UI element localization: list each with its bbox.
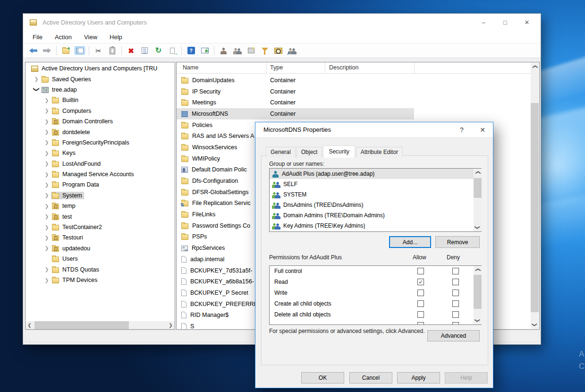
- tab-security[interactable]: Security: [323, 145, 355, 158]
- tree-item-domain-controllers[interactable]: ❯Domain Controllers: [25, 116, 175, 127]
- advanced-button[interactable]: Advanced: [427, 330, 480, 341]
- list-vertical-scrollbar[interactable]: ❯ ❯: [531, 63, 539, 329]
- chevron-collapsed-icon[interactable]: ❯: [43, 98, 50, 102]
- tree-item-tpm-devices[interactable]: ❯TPM Devices: [25, 275, 175, 285]
- column-separator[interactable]: [325, 62, 325, 73]
- tree-item-users[interactable]: ❯Users: [25, 254, 175, 264]
- scroll-down-icon[interactable]: ❯: [531, 321, 539, 329]
- scroll-down-icon[interactable]: ❯: [474, 223, 482, 231]
- back-icon[interactable]: [27, 45, 40, 57]
- deny-checkbox[interactable]: [452, 279, 459, 285]
- chevron-collapsed-icon[interactable]: ❯: [43, 235, 50, 240]
- tab-attribute-editor[interactable]: Attribute Editor: [356, 147, 403, 157]
- paste-icon[interactable]: [106, 45, 119, 57]
- tree-item-managed-service-accounts[interactable]: ❯Managed Service Accounts: [25, 169, 175, 179]
- chevron-collapsed-icon[interactable]: ❯: [43, 129, 50, 134]
- new-group-icon[interactable]: [231, 45, 244, 57]
- filter-icon[interactable]: [258, 45, 271, 57]
- tree-item-builtin[interactable]: ❯Builtin: [25, 95, 175, 105]
- deny-checkbox[interactable]: [452, 268, 459, 274]
- allow-checkbox[interactable]: [417, 300, 424, 307]
- scroll-up-icon[interactable]: ❯: [474, 169, 482, 177]
- chevron-collapsed-icon[interactable]: ❯: [43, 225, 50, 230]
- menu-file[interactable]: File: [30, 32, 45, 42]
- tree-item-keys[interactable]: ❯Keys: [25, 148, 175, 158]
- scroll-left-icon[interactable]: ❮: [25, 323, 34, 328]
- menu-action[interactable]: Action: [52, 32, 75, 42]
- chevron-collapsed-icon[interactable]: ❯: [43, 182, 50, 187]
- chevron-collapsed-icon[interactable]: ❯: [43, 119, 50, 124]
- tree-item-foreignsecurityprincipals[interactable]: ❯ForeignSecurityPrincipals: [25, 137, 175, 148]
- menu-help[interactable]: Help: [107, 32, 125, 42]
- scrollbar-thumb[interactable]: [531, 103, 539, 312]
- tree-item-tree-adap[interactable]: ❯tree.adap: [25, 85, 175, 95]
- tree-item-program-data[interactable]: ❯Program Data: [25, 179, 175, 190]
- chevron-collapsed-icon[interactable]: ❯: [43, 162, 50, 166]
- allow-checkbox[interactable]: [417, 290, 424, 296]
- chevron-collapsed-icon[interactable]: ❯: [43, 278, 50, 282]
- export-list-icon[interactable]: →: [166, 45, 178, 57]
- scrollbar-thumb[interactable]: [34, 321, 129, 329]
- new-user-icon[interactable]: [217, 45, 230, 57]
- delete-icon[interactable]: ✖: [125, 45, 137, 57]
- chevron-collapsed-icon[interactable]: ❯: [43, 246, 50, 251]
- menu-view[interactable]: View: [81, 32, 100, 42]
- titlebar[interactable]: Active Directory Users and Computers – □…: [23, 14, 541, 31]
- list-row-microsoftdns[interactable]: MicrosoftDNSContainer: [177, 108, 414, 119]
- group-item-dnsadmins-tree-dnsadmins[interactable]: DnsAdmins (TREE\DnsAdmins): [270, 200, 474, 210]
- allow-checkbox[interactable]: [417, 311, 424, 318]
- deny-checkbox[interactable]: [452, 300, 459, 307]
- allow-checkbox[interactable]: ✓: [417, 279, 424, 285]
- scroll-up-icon[interactable]: ❯: [474, 266, 482, 274]
- minimize-button[interactable]: –: [473, 14, 494, 31]
- new-ou-icon[interactable]: [245, 45, 257, 57]
- column-separator[interactable]: [414, 62, 415, 73]
- permissions-scrollbar[interactable]: ❯ ❯: [474, 266, 482, 324]
- group-list-scrollbar[interactable]: ❯ ❯: [474, 169, 482, 231]
- allow-checkbox[interactable]: [417, 268, 424, 274]
- chevron-expanded-icon[interactable]: ❯: [34, 85, 40, 94]
- scroll-right-icon[interactable]: ❯: [167, 323, 175, 328]
- column-description[interactable]: Description: [329, 64, 359, 71]
- maximize-button[interactable]: □: [494, 14, 516, 31]
- tree-item-lostandfound[interactable]: ❯LostAndFound: [25, 159, 175, 169]
- scroll-down-icon[interactable]: ❯: [474, 316, 482, 324]
- refresh-icon[interactable]: ↻: [152, 45, 165, 57]
- chevron-collapsed-icon[interactable]: ❯: [43, 267, 50, 272]
- column-name[interactable]: Name: [183, 64, 198, 71]
- help-icon[interactable]: ?: [185, 45, 197, 57]
- list-row-domainupdates[interactable]: DomainUpdatesContainer: [177, 75, 414, 86]
- action-pane-icon[interactable]: ▶: [198, 45, 211, 57]
- properties-icon[interactable]: [138, 45, 151, 57]
- chevron-collapsed-icon[interactable]: ❯: [43, 151, 50, 155]
- close-button[interactable]: ✕: [516, 14, 538, 31]
- dialog-close-button[interactable]: ✕: [472, 122, 493, 137]
- list-row-meetings[interactable]: MeetingsContainer: [177, 97, 414, 108]
- cut-icon[interactable]: ✂: [92, 45, 105, 57]
- tree-item-ntds-quotas[interactable]: ❯NTDS Quotas: [25, 264, 175, 274]
- add-to-group-icon[interactable]: ↗: [286, 45, 298, 57]
- chevron-collapsed-icon[interactable]: ❯: [43, 172, 50, 177]
- remove-button[interactable]: Remove: [435, 236, 480, 248]
- chevron-collapsed-icon[interactable]: ❯: [43, 193, 50, 198]
- tree-item-test[interactable]: ❯test: [25, 211, 175, 222]
- dialog-help-button[interactable]: ?: [451, 122, 472, 137]
- deny-checkbox[interactable]: [452, 322, 459, 325]
- column-separator[interactable]: [266, 62, 267, 73]
- chevron-collapsed-icon[interactable]: ❯: [43, 140, 50, 145]
- tree-horizontal-scrollbar[interactable]: ❮ ❯: [25, 321, 175, 329]
- up-level-icon[interactable]: ▲: [59, 45, 72, 57]
- column-type[interactable]: Type: [270, 64, 283, 71]
- tree-item-saved-queries[interactable]: ❯Saved Queries: [25, 74, 175, 84]
- tree-item-testouri[interactable]: ❯Testouri: [25, 232, 175, 243]
- tree-item-dontdelete[interactable]: ❯dontdelete: [25, 127, 175, 137]
- chevron-collapsed-icon[interactable]: ❯: [43, 214, 50, 219]
- tab-general[interactable]: General: [266, 147, 296, 157]
- dialog-titlebar[interactable]: MicrosoftDNS Properties ? ✕: [255, 122, 493, 137]
- group-item-key-admins-tree-key-admins[interactable]: Key Admins (TREE\Key Admins): [270, 221, 474, 231]
- deny-checkbox[interactable]: [452, 311, 459, 318]
- add-button[interactable]: Add...: [389, 236, 431, 248]
- group-item-domain-admins-tree-domain-admins[interactable]: Domain Admins (TREE\Domain Admins): [270, 210, 474, 221]
- allow-checkbox[interactable]: [417, 322, 424, 325]
- tree-item-system[interactable]: ❯System: [25, 190, 175, 201]
